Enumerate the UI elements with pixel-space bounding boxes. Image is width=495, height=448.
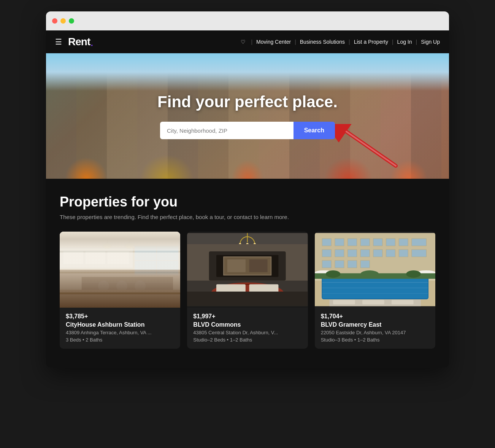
property-name-2: BLVD Commons bbox=[193, 321, 301, 328]
nav-link-login[interactable]: Log In bbox=[397, 39, 412, 45]
traffic-light-yellow[interactable] bbox=[60, 18, 66, 24]
svg-point-22 bbox=[103, 243, 111, 249]
svg-rect-63 bbox=[335, 261, 344, 268]
navbar-left: ☰ Rent . bbox=[55, 36, 94, 48]
svg-point-78 bbox=[326, 270, 340, 278]
svg-rect-49 bbox=[360, 238, 370, 246]
svg-rect-57 bbox=[360, 249, 370, 257]
section-title: Properties for you bbox=[60, 194, 435, 210]
svg-rect-19 bbox=[60, 290, 180, 306]
svg-rect-52 bbox=[399, 238, 408, 246]
svg-rect-10 bbox=[135, 246, 178, 275]
svg-rect-37 bbox=[249, 259, 268, 272]
hero-title: Find your perfect place. bbox=[54, 93, 441, 111]
logo-dot: . bbox=[90, 36, 94, 48]
property-price-2: $1,997+ bbox=[193, 313, 301, 320]
property-grid: $3,785+ CityHouse Ashburn Station 43809 … bbox=[60, 232, 435, 349]
logo: Rent . bbox=[68, 36, 94, 48]
property-card-3[interactable]: $1,704+ BLVD Gramercy East 22050 Eastsid… bbox=[315, 232, 435, 349]
nav-link-signup[interactable]: Sign Up bbox=[421, 39, 440, 45]
svg-rect-55 bbox=[335, 249, 344, 257]
property-info-2: $1,997+ BLVD Commons 43805 Central Stati… bbox=[187, 308, 308, 349]
svg-rect-56 bbox=[347, 249, 357, 257]
property-name-3: BLVD Gramercy East bbox=[321, 321, 429, 328]
svg-rect-54 bbox=[322, 249, 331, 257]
svg-point-24 bbox=[125, 243, 133, 249]
hero-content: Find your perfect place. Search bbox=[46, 93, 449, 139]
search-button[interactable]: Search bbox=[294, 122, 335, 139]
hamburger-icon[interactable]: ☰ bbox=[55, 37, 62, 46]
svg-rect-46 bbox=[322, 238, 331, 246]
nav-link-list-property[interactable]: List a Property bbox=[354, 39, 388, 45]
property-address-2: 43805 Central Station Dr, Ashburn, V... bbox=[193, 330, 301, 335]
property-card-2[interactable]: $1,997+ BLVD Commons 43805 Central Stati… bbox=[187, 232, 308, 349]
property-name-1: CityHouse Ashburn Station bbox=[66, 321, 174, 328]
property-price-3: $1,704+ bbox=[321, 313, 429, 320]
property-address-3: 22050 Eastside Dr, Ashburn, VA 20147 bbox=[321, 330, 429, 335]
svg-rect-83 bbox=[362, 300, 384, 305]
svg-rect-59 bbox=[386, 249, 395, 257]
property-info-1: $3,785+ CityHouse Ashburn Station 43809 … bbox=[60, 308, 180, 349]
traffic-light-red[interactable] bbox=[52, 18, 57, 24]
svg-point-79 bbox=[360, 270, 379, 278]
property-info-3: $1,704+ BLVD Gramercy East 22050 Eastsid… bbox=[315, 308, 435, 349]
property-details-1: 3 Beds • 2 Baths bbox=[66, 337, 174, 343]
browser-window: ☰ Rent . ♡ | Moving Center | Business So… bbox=[46, 11, 449, 368]
svg-rect-82 bbox=[333, 300, 355, 305]
heart-icon[interactable]: ♡ bbox=[241, 39, 246, 45]
svg-rect-8 bbox=[85, 251, 105, 264]
traffic-light-green[interactable] bbox=[69, 18, 74, 24]
property-details-2: Studio–2 Beds • 1–2 Baths bbox=[193, 337, 301, 343]
svg-rect-11 bbox=[135, 246, 178, 275]
svg-rect-50 bbox=[373, 238, 382, 246]
logo-text: Rent bbox=[68, 36, 90, 48]
hero-section: Find your perfect place. Search bbox=[46, 53, 449, 179]
search-input[interactable] bbox=[160, 122, 294, 139]
svg-point-16 bbox=[98, 281, 109, 292]
properties-section: Properties for you These properties are … bbox=[46, 179, 449, 368]
svg-rect-5 bbox=[60, 248, 133, 268]
property-image-1 bbox=[60, 232, 180, 308]
svg-rect-61 bbox=[411, 249, 426, 257]
svg-rect-64 bbox=[347, 261, 357, 268]
property-address-1: 43809 Anhinga Terrace, Ashburn, VA ... bbox=[66, 330, 174, 335]
svg-rect-14 bbox=[82, 277, 173, 282]
svg-point-17 bbox=[116, 281, 127, 292]
svg-rect-7 bbox=[63, 251, 84, 264]
svg-rect-3 bbox=[60, 233, 180, 306]
svg-point-80 bbox=[406, 270, 420, 278]
svg-rect-47 bbox=[335, 238, 344, 246]
svg-rect-84 bbox=[392, 300, 414, 305]
svg-rect-36 bbox=[227, 259, 246, 272]
svg-rect-58 bbox=[373, 249, 382, 257]
property-price-1: $3,785+ bbox=[66, 313, 174, 320]
browser-chrome bbox=[46, 11, 449, 30]
svg-rect-6 bbox=[60, 248, 133, 268]
property-details-3: Studio–3 Beds • 1–2 Baths bbox=[321, 337, 429, 343]
svg-rect-4 bbox=[60, 233, 180, 248]
svg-rect-51 bbox=[386, 238, 395, 246]
nav-link-moving-center[interactable]: Moving Center bbox=[256, 39, 291, 45]
search-bar: Search bbox=[160, 122, 335, 139]
svg-rect-62 bbox=[322, 261, 331, 268]
svg-point-18 bbox=[135, 281, 146, 292]
property-image-2 bbox=[187, 232, 308, 308]
svg-rect-65 bbox=[360, 261, 370, 268]
property-card-1[interactable]: $3,785+ CityHouse Ashburn Station 43809 … bbox=[60, 232, 180, 349]
svg-rect-53 bbox=[411, 238, 426, 246]
section-subtitle: These properties are trending. Find the … bbox=[60, 214, 435, 220]
property-image-3 bbox=[315, 232, 435, 308]
nav-link-business-solutions[interactable]: Business Solutions bbox=[300, 39, 345, 45]
svg-rect-60 bbox=[399, 249, 408, 257]
svg-rect-15 bbox=[82, 283, 173, 305]
svg-rect-9 bbox=[107, 251, 129, 264]
svg-rect-42 bbox=[187, 292, 308, 306]
navbar: ☰ Rent . ♡ | Moving Center | Business So… bbox=[46, 30, 449, 53]
navbar-right: ♡ | Moving Center | Business Solutions |… bbox=[241, 39, 440, 45]
svg-rect-48 bbox=[347, 238, 357, 246]
